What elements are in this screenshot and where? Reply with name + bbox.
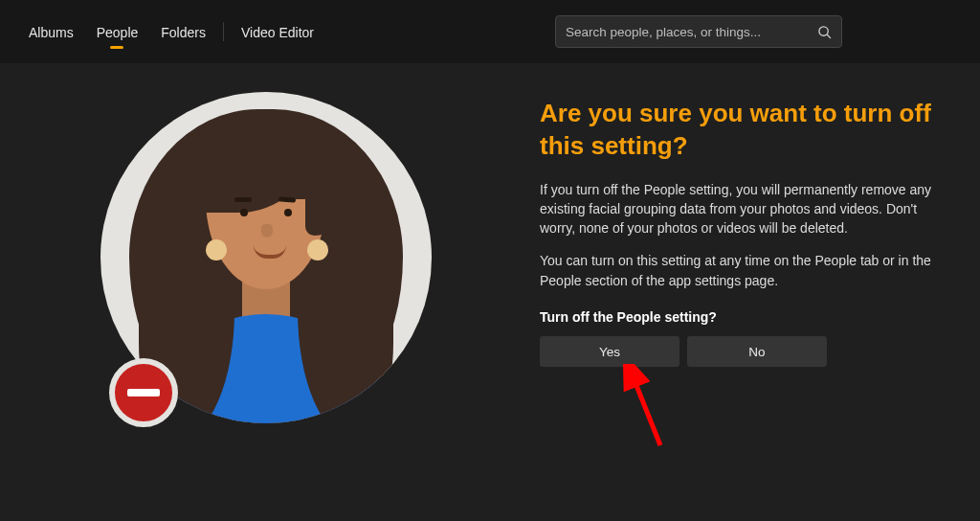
search-icon[interactable] (817, 25, 832, 39)
top-bar: Albums People Folders Video Editor (0, 0, 980, 63)
tab-folders[interactable]: Folders (149, 4, 217, 60)
no-button[interactable]: No (687, 336, 827, 367)
nav-separator (223, 22, 224, 41)
dialog-paragraph-2: You can turn on this setting at any time… (540, 251, 949, 290)
dialog-pane: Are you sure you want to turn off this s… (515, 90, 963, 521)
tab-video-editor[interactable]: Video Editor (230, 4, 325, 60)
dialog-question: Turn off the People setting? (540, 309, 949, 325)
tab-people[interactable]: People (85, 4, 150, 60)
nav-tabs: Albums People Folders Video Editor (17, 4, 325, 60)
dialog-paragraph-1: If you turn off the People setting, you … (540, 180, 949, 238)
content-area: Are you sure you want to turn off this s… (0, 63, 980, 521)
svg-line-1 (827, 34, 830, 37)
button-row: Yes No (540, 336, 949, 367)
search-box[interactable] (555, 15, 842, 48)
svg-point-0 (819, 26, 828, 34)
illustration-pane (17, 90, 515, 521)
dialog-heading: Are you sure you want to turn off this s… (540, 98, 949, 163)
search-input[interactable] (566, 25, 817, 39)
remove-badge-icon (109, 358, 178, 427)
yes-button[interactable]: Yes (540, 336, 679, 367)
tab-albums[interactable]: Albums (17, 4, 85, 60)
